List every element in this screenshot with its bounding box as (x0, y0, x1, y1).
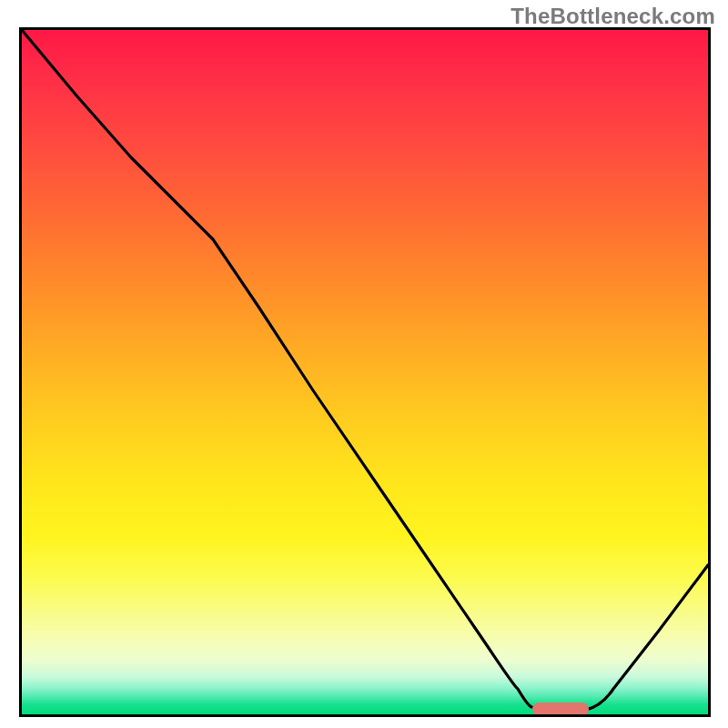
plot-area (19, 27, 711, 717)
chart-canvas: TheBottleneck.com (0, 0, 728, 728)
data-curve (22, 30, 708, 714)
watermark-text: TheBottleneck.com (511, 4, 715, 29)
curve-path (22, 30, 708, 710)
marker-pill (532, 703, 589, 716)
